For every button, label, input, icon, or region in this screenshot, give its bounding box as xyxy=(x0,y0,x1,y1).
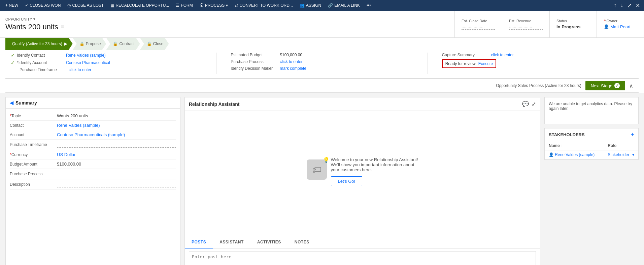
purchase-timeframe-value[interactable] xyxy=(57,142,176,148)
down-button[interactable]: ↓ xyxy=(619,2,624,9)
process-chevron-icon: ▾ xyxy=(226,3,228,8)
summary-form: *Topic Wants 200 units Contact Rene Vald… xyxy=(6,109,180,193)
stage-close[interactable]: 🔒 Close xyxy=(140,38,169,50)
budget-value: $100,000.00 xyxy=(57,161,176,167)
capture-summary-link[interactable]: click to enter xyxy=(491,53,514,57)
assign-icon: 👥 xyxy=(300,3,305,8)
person-icon: 👤 xyxy=(604,24,609,29)
ra-expand-icon[interactable]: ⤢ xyxy=(532,101,536,107)
entity-label[interactable]: OPPORTUNITY ▾ xyxy=(5,17,449,21)
stage-qualify[interactable]: Qualify (Active for 23 hours) ▶ xyxy=(5,38,73,50)
ra-welcome-text: Welcome to your new Relationship Assista… xyxy=(331,157,418,172)
convert-icon: ⇄ xyxy=(235,3,238,8)
ra-icons: 💬 ⤢ xyxy=(522,101,536,107)
process-divider-2 xyxy=(428,53,428,74)
est-revenue-value[interactable]: ··················· xyxy=(509,24,543,30)
summary-title: ◀ Summary xyxy=(10,100,37,106)
form-row-budget: Budget Amount $100,000.00 xyxy=(10,159,176,169)
post-input[interactable] xyxy=(189,251,536,265)
tab-assistant[interactable]: ASSISTANT xyxy=(213,236,250,248)
header: OPPORTUNITY ▾ Wants 200 units ≡ Est. Clo… xyxy=(0,11,644,38)
ready-for-review-label: Ready for review xyxy=(445,61,476,66)
record-title: Wants 200 units ≡ xyxy=(5,23,449,31)
collapse-process-button[interactable]: ∧ xyxy=(629,83,633,89)
recalculate-button[interactable]: ▦ RECALCULATE OPPORTU... xyxy=(108,1,172,10)
col-header-role[interactable]: Role xyxy=(604,141,638,150)
est-budget-value: $100,000.00 xyxy=(280,53,302,57)
next-stage-button[interactable]: Next Stage ✓ xyxy=(585,81,625,90)
ra-header: Relationship Assistant 💬 ⤢ xyxy=(185,97,540,111)
stakeholder-name[interactable]: 👤 Rene Valdes (sample) xyxy=(545,150,604,159)
execute-link[interactable]: Execute xyxy=(478,61,493,66)
stage-lock-contract-icon: 🔒 xyxy=(113,41,118,46)
summary-header: ◀ Summary xyxy=(6,97,180,109)
check-icon-2: ✓ xyxy=(11,60,15,65)
form-icon: ☰ xyxy=(176,3,179,8)
stakeholders-section: STAKEHOLDERS + Name ↑ Role xyxy=(544,128,639,160)
identify-decision-link[interactable]: mark complete xyxy=(280,66,306,71)
stakeholders-add-button[interactable]: + xyxy=(631,131,634,138)
assign-button[interactable]: 👥 ASSIGN xyxy=(297,1,324,10)
popout-button[interactable]: ⤢ xyxy=(626,2,633,9)
ready-for-review-box: Ready for review Execute xyxy=(442,59,496,68)
role-chevron-icon: ▾ xyxy=(632,152,634,157)
close-button[interactable]: ✕ xyxy=(634,2,641,9)
purchase-process-link[interactable]: click to enter xyxy=(280,59,302,64)
form-row-description: Description xyxy=(10,179,176,190)
header-fields: Est. Close Date ··················· Est.… xyxy=(454,11,644,37)
ra-title: Relationship Assistant xyxy=(189,101,239,107)
process-details: ✓ Identify Contact Rene Valdes (sample) … xyxy=(5,50,639,79)
form-row-currency: *Currency US Dollar xyxy=(10,150,176,159)
contact-value[interactable]: Rene Valdes (sample) xyxy=(57,123,176,128)
est-close-date-value[interactable]: ··················· xyxy=(462,24,495,30)
currency-value[interactable]: US Dollar xyxy=(57,152,176,157)
check-icon-1: ✓ xyxy=(11,53,15,58)
close-as-lost-button[interactable]: ◷ CLOSE AS LOST xyxy=(65,1,106,10)
account-value[interactable]: Contoso Pharmaceuticals (sample) xyxy=(57,132,176,137)
stakeholder-role[interactable]: Stakeholder ▾ xyxy=(604,150,638,159)
identify-account-link[interactable]: Contoso Pharmaceutical xyxy=(66,60,110,65)
relationship-assistant-section: Relationship Assistant 💬 ⤢ 🏷 💡 Welcome t… xyxy=(184,97,540,265)
email-button[interactable]: 🔗 EMAIL A LINK xyxy=(325,1,363,10)
posts-tabs: POSTS ASSISTANT ACTIVITIES NOTES xyxy=(185,236,540,248)
form-button[interactable]: ☰ FORM xyxy=(173,1,195,10)
tab-activities[interactable]: ACTIVITIES xyxy=(250,236,288,248)
post-area: POST xyxy=(185,248,540,265)
process-button[interactable]: ⦿ PROCESS ▾ xyxy=(197,1,231,10)
purchase-timeframe-link[interactable]: click to enter xyxy=(69,67,91,72)
identify-contact-link[interactable]: Rene Valdes (sample) xyxy=(66,53,106,58)
form-row-contact: Contact Rene Valdes (sample) xyxy=(10,121,176,130)
summary-arrow-icon[interactable]: ◀ xyxy=(10,100,13,106)
lets-go-button[interactable]: Let's Go! xyxy=(331,176,363,186)
convert-button[interactable]: ⇄ CONVERT TO WORK ORD... xyxy=(232,1,295,10)
close-as-won-button[interactable]: ✓ CLOSE AS WON xyxy=(22,1,63,10)
process-bar: Qualify (Active for 23 hours) ▶ 🔒 Propos… xyxy=(0,38,644,93)
tab-notes[interactable]: NOTES xyxy=(288,236,316,248)
description-value[interactable] xyxy=(57,181,176,187)
more-button[interactable]: ••• xyxy=(364,1,374,10)
stage-qualify-label: Qualify (Active for 23 hours) xyxy=(12,41,62,46)
stage-propose[interactable]: 🔒 Propose xyxy=(73,38,106,50)
owner-value[interactable]: 👤 Matt Peart xyxy=(604,24,637,29)
won-icon: ✓ xyxy=(25,3,28,8)
tab-posts[interactable]: POSTS xyxy=(185,236,213,248)
ra-graphic-icon: 🏷 xyxy=(312,164,321,175)
stage-contract[interactable]: 🔒 Contract xyxy=(106,38,140,50)
up-button[interactable]: ↑ xyxy=(612,2,618,9)
ra-lightbulb-icon: 💡 xyxy=(323,157,330,163)
ra-graphic: 🏷 💡 xyxy=(307,159,327,180)
ra-chat-icon[interactable]: 💬 xyxy=(522,101,529,107)
process-col-1: ✓ Identify Contact Rene Valdes (sample) … xyxy=(11,53,211,74)
stakeholders-table: Name ↑ Role 👤 Rene Valdes (sample) xyxy=(545,141,638,159)
process-item-purchase-process: Purchase Process click to enter xyxy=(222,59,416,64)
form-row-topic: *Topic Wants 200 units xyxy=(10,111,176,121)
new-button[interactable]: + NEW xyxy=(3,1,21,10)
process-stages: Qualify (Active for 23 hours) ▶ 🔒 Propos… xyxy=(5,38,639,50)
col-header-name[interactable]: Name ↑ xyxy=(545,141,604,150)
owner-field: **Owner 👤 Matt Peart xyxy=(597,11,644,37)
title-menu-icon[interactable]: ≡ xyxy=(61,24,64,30)
summary-section: ◀ Summary *Topic Wants 200 units Contact… xyxy=(5,97,180,265)
stage-active-arrow: ▶ xyxy=(64,41,67,46)
lost-icon: ◷ xyxy=(67,3,71,8)
purchase-process-value[interactable] xyxy=(57,171,176,177)
